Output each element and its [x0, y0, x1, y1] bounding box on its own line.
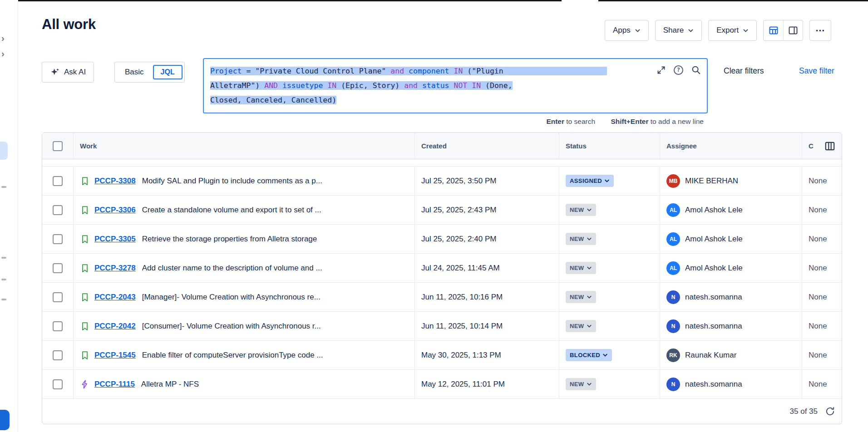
- work-cell: PCCP-1115Alletra MP - NFS: [73, 370, 414, 398]
- help-icon[interactable]: ?: [674, 65, 683, 75]
- extra-cell[interactable]: None: [802, 167, 843, 195]
- extra-value: None: [809, 264, 827, 273]
- column-header-created[interactable]: Created: [414, 133, 559, 159]
- row-checkbox[interactable]: [53, 321, 63, 331]
- jql-token: Project: [210, 67, 242, 75]
- table-row: PCCP-3278Add cluster name to the descrip…: [42, 254, 842, 283]
- sparkle-icon: [50, 67, 60, 77]
- share-button-label: Share: [663, 26, 684, 35]
- sidebar-active-item[interactable]: [0, 142, 8, 160]
- extra-cell[interactable]: None: [802, 225, 843, 253]
- row-checkbox[interactable]: [53, 379, 63, 389]
- partial-row: [42, 159, 842, 167]
- export-button[interactable]: Export: [708, 20, 757, 41]
- jql-token: component: [409, 67, 449, 75]
- extra-cell[interactable]: None: [802, 370, 843, 398]
- apps-button[interactable]: Apps: [605, 20, 649, 41]
- expand-icon[interactable]: [656, 65, 666, 75]
- jql-line: AlletraMP") AND issuetype IN (Epic, Stor…: [210, 79, 639, 93]
- jql-token: status: [422, 81, 449, 90]
- issue-summary[interactable]: Retrieve the storage properties from All…: [142, 235, 317, 244]
- save-filter-button[interactable]: Save filter: [799, 66, 834, 76]
- extra-value: None: [809, 322, 827, 331]
- issue-key-link[interactable]: PCCP-3306: [94, 206, 136, 215]
- mode-jql-button[interactable]: JQL: [153, 65, 182, 79]
- extra-value: None: [809, 293, 827, 302]
- checkbox-cell: [42, 341, 73, 369]
- more-actions-button[interactable]: ⋯: [809, 20, 831, 41]
- column-header-work[interactable]: Work: [73, 133, 414, 159]
- story-icon: [80, 263, 90, 273]
- avatar: AL: [666, 232, 680, 246]
- issue-key-link[interactable]: PCCP-2042: [94, 322, 136, 331]
- row-checkbox[interactable]: [53, 292, 63, 302]
- extra-cell[interactable]: None: [802, 196, 843, 224]
- jql-token: AlletraMP"): [210, 81, 264, 90]
- issue-key-link[interactable]: PCCP-1545: [94, 351, 136, 360]
- row-checkbox[interactable]: [53, 205, 63, 215]
- row-checkbox[interactable]: [53, 234, 63, 244]
- status-dropdown[interactable]: BLOCKED: [566, 349, 612, 361]
- chevron-down-icon: [604, 179, 610, 183]
- story-icon: [80, 350, 90, 360]
- status-dropdown[interactable]: ASSIGNED: [566, 175, 614, 187]
- mode-basic-button[interactable]: Basic: [116, 68, 153, 77]
- search-icon[interactable]: [691, 65, 701, 75]
- select-all-checkbox[interactable]: [53, 141, 63, 151]
- table-view-button[interactable]: [764, 20, 783, 40]
- avatar: AL: [666, 261, 680, 275]
- query-mode-toggle: Basic JQL: [114, 62, 185, 83]
- help-tab-button[interactable]: [0, 410, 10, 430]
- status-dropdown[interactable]: NEW: [566, 320, 596, 332]
- column-header-assignee[interactable]: Assignee: [660, 133, 802, 159]
- window-top-edge: [598, 0, 868, 1]
- status-dropdown[interactable]: NEW: [566, 378, 596, 390]
- chevron-down-icon: [587, 383, 592, 386]
- chevron-right-icon[interactable]: ›: [1, 49, 5, 58]
- work-cell: PCCP-1545Enable filter of computeServer …: [73, 341, 414, 369]
- clear-filters-button[interactable]: Clear filters: [724, 66, 764, 76]
- issue-summary[interactable]: Enable filter of computeServer provision…: [142, 351, 323, 360]
- issue-summary[interactable]: Add cluster name to the description of v…: [142, 264, 322, 273]
- avatar: N: [666, 319, 680, 333]
- extra-cell[interactable]: None: [802, 254, 843, 282]
- issue-key-link[interactable]: PCCP-3308: [94, 177, 136, 186]
- issue-key-link[interactable]: PCCP-3278: [94, 264, 136, 273]
- status-dropdown[interactable]: NEW: [566, 262, 596, 274]
- more-icon: ⋯: [815, 25, 825, 36]
- chevron-down-icon: [587, 324, 592, 328]
- status-dropdown[interactable]: NEW: [566, 233, 596, 245]
- jql-input[interactable]: Project = "Private Cloud Control Plane" …: [203, 58, 708, 113]
- status-cell: NEW: [559, 225, 660, 253]
- refresh-icon[interactable]: [825, 406, 835, 417]
- row-checkbox[interactable]: [53, 263, 63, 273]
- issue-key-link[interactable]: PCCP-1115: [94, 380, 135, 389]
- jql-editor-icons: ?: [656, 65, 701, 75]
- status-badge: ASSIGNED: [570, 177, 602, 184]
- assignee-cell: RKRaunak Kumar: [660, 341, 802, 369]
- issue-summary[interactable]: Create a standalone volume and export it…: [142, 206, 321, 215]
- issue-summary[interactable]: [Manager]- Volume Creation with Asynchro…: [142, 293, 321, 302]
- issue-summary[interactable]: Alletra MP - NFS: [141, 380, 199, 389]
- issue-summary[interactable]: Modify SAL and Plugin to include comment…: [142, 177, 322, 186]
- issue-key-link[interactable]: PCCP-2043: [94, 293, 136, 302]
- status-dropdown[interactable]: NEW: [566, 204, 596, 216]
- chevron-right-icon[interactable]: ›: [1, 34, 5, 43]
- detail-view-button[interactable]: [783, 20, 803, 40]
- collapsed-sidebar: › ›: [0, 0, 18, 432]
- share-button[interactable]: Share: [655, 20, 702, 41]
- issue-key-link[interactable]: PCCP-3305: [94, 235, 136, 244]
- assignee-name: Raunak Kumar: [685, 351, 736, 360]
- extra-cell[interactable]: None: [802, 312, 843, 340]
- row-checkbox[interactable]: [53, 176, 63, 186]
- extra-cell[interactable]: None: [802, 283, 843, 311]
- created-value: May 30, 2025, 1:13 PM: [421, 351, 501, 360]
- created-cell: May 12, 2025, 11:01 PM: [414, 370, 559, 398]
- issue-summary[interactable]: [Consumer]- Volume Creation with Asynchr…: [142, 322, 321, 331]
- status-dropdown[interactable]: NEW: [566, 291, 596, 303]
- configure-columns-button[interactable]: [822, 139, 838, 153]
- column-header-status[interactable]: Status: [559, 133, 660, 159]
- row-checkbox[interactable]: [53, 350, 63, 360]
- ask-ai-button[interactable]: Ask AI: [42, 62, 94, 83]
- extra-cell[interactable]: None: [802, 341, 843, 369]
